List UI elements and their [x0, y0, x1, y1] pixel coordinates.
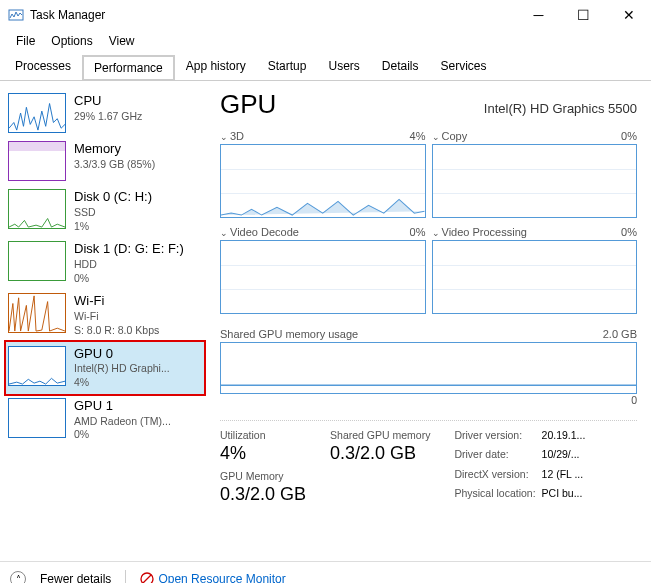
disk1-label: Disk 1 (D: G: E: F:) [74, 241, 184, 258]
footer-divider [125, 570, 126, 583]
chart-vp-box [432, 240, 638, 314]
disk0-sub: SSD [74, 206, 152, 220]
chart-vp-label: Video Processing [442, 226, 527, 238]
resource-monitor-icon [140, 572, 154, 583]
chart-vd-label: Video Decode [230, 226, 299, 238]
gpu1-sparkline [8, 398, 66, 438]
window-controls: ─ ☐ ✕ [516, 0, 651, 30]
minimize-button[interactable]: ─ [516, 0, 561, 30]
chart-video-decode[interactable]: ⌄Video Decode 0% [220, 226, 426, 314]
sidebar-item-wifi[interactable]: Wi-Fi Wi-Fi S: 8.0 R: 8.0 Kbps [6, 289, 204, 341]
tab-services[interactable]: Services [430, 54, 498, 80]
chart-copy-box [432, 144, 638, 218]
tab-performance[interactable]: Performance [82, 55, 175, 81]
wifi-label: Wi-Fi [74, 293, 159, 310]
driver-date-k: Driver date: [454, 448, 535, 466]
memory-label: Memory [74, 141, 155, 158]
footer: ˄ Fewer details Open Resource Monitor [0, 561, 651, 583]
tab-startup[interactable]: Startup [257, 54, 318, 80]
wifi-sub: Wi-Fi [74, 310, 159, 324]
gpu0-sparkline [8, 346, 66, 386]
shared-mem-zero: 0 [220, 394, 637, 406]
menu-file[interactable]: File [8, 32, 43, 50]
chart-video-processing[interactable]: ⌄Video Processing 0% [432, 226, 638, 314]
gpu1-sub: AMD Radeon (TM)... [74, 415, 171, 429]
chart-vd-box [220, 240, 426, 314]
sharedmem-value: 0.3/2.0 GB [330, 443, 430, 464]
sharedmem-label: Shared GPU memory [330, 429, 430, 441]
gpu1-sub2: 0% [74, 428, 171, 442]
shared-mem-chart [220, 342, 637, 394]
disk0-sub2: 1% [74, 220, 152, 234]
util-value: 4% [220, 443, 306, 464]
maximize-button[interactable]: ☐ [561, 0, 606, 30]
gpumem-label: GPU Memory [220, 470, 306, 482]
chart-copy-pct: 0% [621, 130, 637, 142]
cpu-sub: 29% 1.67 GHz [74, 110, 142, 124]
sidebar-item-disk0[interactable]: Disk 0 (C: H:) SSD 1% [6, 185, 204, 237]
chart-row-2: ⌄Video Decode 0% ⌄Video Processing 0% [220, 226, 637, 314]
shared-mem-label: Shared GPU memory usage [220, 328, 358, 340]
menubar: File Options View [0, 30, 651, 52]
disk1-sub: HDD [74, 258, 184, 272]
shared-mem-header: Shared GPU memory usage 2.0 GB [220, 328, 637, 340]
shared-mem-max: 2.0 GB [603, 328, 637, 340]
dx-version-v: 12 (FL ... [542, 468, 586, 486]
svg-line-2 [143, 575, 151, 583]
disk0-label: Disk 0 (C: H:) [74, 189, 152, 206]
gpu0-sub: Intel(R) HD Graphi... [74, 362, 170, 376]
phys-loc-v: PCI bu... [542, 487, 586, 505]
fewer-details-link[interactable]: Fewer details [40, 572, 111, 583]
close-button[interactable]: ✕ [606, 0, 651, 30]
gpu-device-name: Intel(R) HD Graphics 5500 [484, 101, 637, 116]
chart-copy[interactable]: ⌄Copy 0% [432, 130, 638, 218]
tab-users[interactable]: Users [317, 54, 370, 80]
chevron-down-icon: ⌄ [220, 132, 228, 142]
disk1-sparkline [8, 241, 66, 281]
window-title: Task Manager [30, 8, 516, 22]
sidebar-item-gpu1[interactable]: GPU 1 AMD Radeon (TM)... 0% [6, 394, 204, 446]
gpu0-label: GPU 0 [74, 346, 170, 363]
task-manager-icon [8, 7, 24, 23]
chart-3d[interactable]: ⌄3D 4% [220, 130, 426, 218]
content-area: CPU 29% 1.67 GHz Memory 3.3/3.9 GB (85%)… [0, 81, 651, 561]
gpumem-value: 0.3/2.0 GB [220, 484, 306, 505]
chevron-down-icon: ⌄ [220, 228, 228, 238]
menu-options[interactable]: Options [43, 32, 100, 50]
wifi-sparkline [8, 293, 66, 333]
util-label: Utilization [220, 429, 306, 441]
wifi-sub2: S: 8.0 R: 8.0 Kbps [74, 324, 159, 338]
tabbar: Processes Performance App history Startu… [0, 54, 651, 81]
performance-sidebar: CPU 29% 1.67 GHz Memory 3.3/3.9 GB (85%)… [0, 81, 210, 561]
phys-loc-k: Physical location: [454, 487, 535, 505]
gpu1-label: GPU 1 [74, 398, 171, 415]
gpu0-sub2: 4% [74, 376, 170, 390]
sidebar-item-disk1[interactable]: Disk 1 (D: G: E: F:) HDD 0% [6, 237, 204, 289]
open-resource-monitor-link[interactable]: Open Resource Monitor [140, 572, 285, 583]
sidebar-item-gpu0[interactable]: GPU 0 Intel(R) HD Graphi... 4% [6, 342, 204, 394]
cpu-label: CPU [74, 93, 142, 110]
tab-details[interactable]: Details [371, 54, 430, 80]
chevron-up-icon[interactable]: ˄ [10, 571, 26, 583]
svg-point-1 [141, 573, 153, 583]
sidebar-item-memory[interactable]: Memory 3.3/3.9 GB (85%) [6, 137, 204, 185]
memory-sparkline [8, 141, 66, 181]
driver-date-v: 10/29/... [542, 448, 586, 466]
chevron-down-icon: ⌄ [432, 228, 440, 238]
dx-version-k: DirectX version: [454, 468, 535, 486]
stats-row: Utilization 4% GPU Memory 0.3/2.0 GB Sha… [220, 420, 637, 505]
chart-3d-box [220, 144, 426, 218]
tab-processes[interactable]: Processes [4, 54, 82, 80]
tab-app-history[interactable]: App history [175, 54, 257, 80]
cpu-sparkline [8, 93, 66, 133]
titlebar: Task Manager ─ ☐ ✕ [0, 0, 651, 30]
disk1-sub2: 0% [74, 272, 184, 286]
chart-row-1: ⌄3D 4% ⌄Copy 0% [220, 130, 637, 218]
main-panel: GPU Intel(R) HD Graphics 5500 ⌄3D 4% ⌄Co… [210, 81, 651, 561]
chart-vd-pct: 0% [410, 226, 426, 238]
menu-view[interactable]: View [101, 32, 143, 50]
page-title: GPU [220, 89, 276, 120]
sidebar-item-cpu[interactable]: CPU 29% 1.67 GHz [6, 89, 204, 137]
driver-version-v: 20.19.1... [542, 429, 586, 447]
chart-copy-label: Copy [442, 130, 468, 142]
